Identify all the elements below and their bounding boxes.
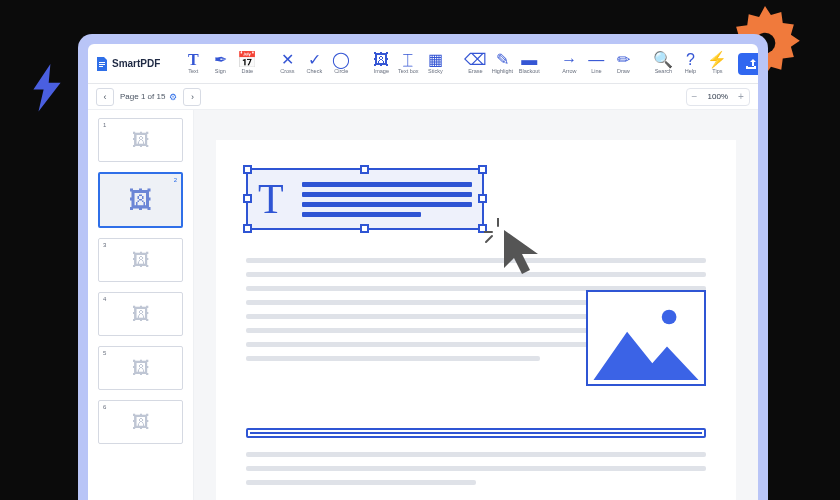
tool-tips[interactable]: ⚡Tips: [704, 47, 730, 81]
thumbnail-number: 6: [103, 404, 106, 410]
tool-group-edit: TText ✒Sign 📅Date: [180, 47, 260, 81]
tool-label: Blackout: [519, 69, 540, 75]
thumbnail-number: 4: [103, 296, 106, 302]
tool-erase[interactable]: ⌫Erase: [462, 47, 488, 81]
thumbnail-placeholder-icon: 🖼: [132, 130, 150, 151]
zoom-out-button[interactable]: −: [687, 91, 703, 102]
resize-handle-tm[interactable]: [360, 165, 369, 174]
tool-label: Draw: [617, 69, 630, 75]
thumbnail-3[interactable]: 3🖼: [98, 238, 183, 282]
thumbnail-4[interactable]: 4🖼: [98, 292, 183, 336]
image-placeholder-icon: [592, 296, 700, 380]
resize-handle-tr[interactable]: [478, 165, 487, 174]
zoom-in-button[interactable]: +: [733, 91, 749, 102]
thumbnail-2[interactable]: 2🖼: [98, 172, 183, 228]
canvas-area[interactable]: T: [194, 110, 758, 500]
brand-logo-icon: [96, 57, 108, 71]
tips-icon: ⚡: [710, 53, 724, 67]
tool-blackout[interactable]: ▬Blackout: [516, 47, 542, 81]
thumbnail-number: 2: [174, 177, 177, 183]
help-icon: ?: [683, 53, 697, 67]
cross-icon: ✕: [280, 53, 294, 67]
resize-handle-ml[interactable]: [243, 194, 252, 203]
brand: SmartPDF: [96, 57, 166, 71]
tool-sign[interactable]: ✒Sign: [207, 47, 233, 81]
tool-label: Line: [591, 69, 601, 75]
thumbnail-number: 1: [103, 122, 106, 128]
tool-label: Cross: [280, 69, 294, 75]
brand-name: SmartPDF: [112, 58, 160, 69]
tool-help[interactable]: ?Help: [677, 47, 703, 81]
prev-page-button[interactable]: ‹: [96, 88, 114, 106]
tool-highlight[interactable]: ✎Highlight: [489, 47, 515, 81]
zoom-control: − 100% +: [686, 88, 750, 106]
tool-image[interactable]: 🖼Image: [368, 47, 394, 81]
share-button[interactable]: Share: [738, 53, 758, 75]
tool-label: Image: [374, 69, 389, 75]
tool-label: Arrow: [562, 69, 576, 75]
sticky-icon: ▦: [428, 53, 442, 67]
tool-sticky[interactable]: ▦Sticky: [422, 47, 448, 81]
textbox-icon: ⌶: [401, 53, 415, 67]
text-icon: T: [186, 53, 200, 67]
tool-label: Text: [188, 69, 198, 75]
app-window: SmartPDF TText ✒Sign 📅Date ✕Cross ✓Check…: [88, 44, 758, 500]
tool-group-marks: ✕Cross ✓Check ◯Circle: [274, 47, 354, 81]
selected-image-element[interactable]: [586, 290, 706, 386]
main-toolbar: SmartPDF TText ✒Sign 📅Date ✕Cross ✓Check…: [88, 44, 758, 84]
tool-search[interactable]: 🔍Search: [650, 47, 676, 81]
tool-label: Highlight: [492, 69, 513, 75]
action-buttons: Share Download pdf: [738, 53, 758, 75]
circle-icon: ◯: [334, 53, 348, 67]
tool-label: Erase: [468, 69, 482, 75]
tool-label: Help: [685, 69, 696, 75]
tool-label: Search: [655, 69, 672, 75]
page-indicator-text: Page 1 of 15: [120, 92, 165, 101]
tool-group-utility: 🔍Search ?Help ⚡Tips: [650, 47, 730, 81]
tool-group-annotate: ⌫Erase ✎Highlight ▬Blackout: [462, 47, 542, 81]
tool-draw[interactable]: ✏Draw: [610, 47, 636, 81]
tool-label: Sticky: [428, 69, 443, 75]
tool-arrow[interactable]: →Arrow: [556, 47, 582, 81]
thumbnail-panel: 1🖼 2🖼 3🖼 4🖼 5🖼 6🖼: [88, 110, 194, 500]
tool-text[interactable]: TText: [180, 47, 206, 81]
document-page[interactable]: T: [216, 140, 736, 500]
line-icon: ―: [589, 53, 603, 67]
tool-label: Date: [242, 69, 254, 75]
resize-handle-bl[interactable]: [243, 224, 252, 233]
share-icon: [746, 59, 756, 69]
text-lines-preview: [302, 182, 472, 217]
selected-divider-element[interactable]: [246, 428, 706, 438]
tool-group-insert: 🖼Image ⌶Text box ▦Sticky: [368, 47, 448, 81]
resize-handle-mr[interactable]: [478, 194, 487, 203]
resize-handle-tl[interactable]: [243, 165, 252, 174]
tool-check[interactable]: ✓Check: [301, 47, 327, 81]
tool-cross[interactable]: ✕Cross: [274, 47, 300, 81]
tool-line[interactable]: ―Line: [583, 47, 609, 81]
thumbnail-6[interactable]: 6🖼: [98, 400, 183, 444]
tool-circle[interactable]: ◯Circle: [328, 47, 354, 81]
tool-date[interactable]: 📅Date: [234, 47, 260, 81]
tool-label: Text box: [398, 69, 418, 75]
date-icon: 📅: [240, 53, 254, 67]
highlight-icon: ✎: [495, 53, 509, 67]
thumbnail-1[interactable]: 1🖼: [98, 118, 183, 162]
tool-label: Tips: [712, 69, 722, 75]
selected-text-element[interactable]: T: [246, 168, 484, 230]
thumbnail-number: 5: [103, 350, 106, 356]
decorative-bolt-icon: [30, 64, 64, 110]
tool-textbox[interactable]: ⌶Text box: [395, 47, 421, 81]
thumbnail-placeholder-icon: 🖼: [132, 304, 150, 325]
draw-icon: ✏: [616, 53, 630, 67]
resize-handle-bm[interactable]: [360, 224, 369, 233]
tool-label: Sign: [215, 69, 226, 75]
thumbnail-placeholder-icon: 🖼: [132, 358, 150, 379]
erase-icon: ⌫: [468, 53, 482, 67]
thumbnail-5[interactable]: 5🖼: [98, 346, 183, 390]
thumbnail-number: 3: [103, 242, 106, 248]
tool-label: Check: [307, 69, 323, 75]
blackout-icon: ▬: [522, 53, 536, 67]
next-page-button[interactable]: ›: [183, 88, 201, 106]
check-icon: ✓: [307, 53, 321, 67]
page-settings-icon[interactable]: ⚙: [169, 92, 177, 102]
